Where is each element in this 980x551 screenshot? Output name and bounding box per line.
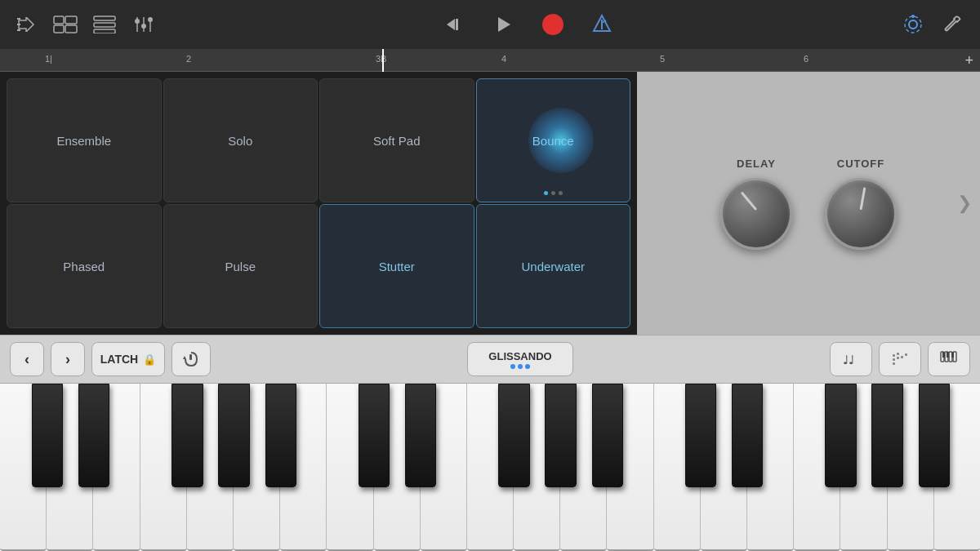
kb-right-controls: ♩♩ — [830, 342, 970, 376]
add-track-button[interactable]: + — [964, 52, 973, 69]
black-key-0-5[interactable] — [265, 384, 296, 487]
delay-indicator — [741, 191, 757, 210]
metronome-button[interactable] — [584, 7, 620, 42]
mixer-icon[interactable] — [127, 8, 160, 41]
ruler-mark-1: 1| — [45, 54, 52, 64]
pad-bounce[interactable]: Bounce — [476, 78, 631, 202]
black-key-0-0[interactable] — [32, 384, 63, 487]
cutoff-knob[interactable] — [825, 178, 897, 250]
lock-icon: 🔒 — [143, 353, 156, 366]
delay-label: DELAY — [737, 158, 776, 170]
ruler-mark-5: 5 — [660, 54, 665, 64]
panel-expand-arrow[interactable]: ❯ — [957, 193, 972, 214]
dropdown-icon[interactable] — [10, 8, 42, 41]
ruler-mark-2: 2 — [186, 54, 191, 64]
svg-rect-5 — [54, 25, 64, 33]
svg-rect-41 — [951, 352, 954, 358]
ruler-mark-6: 6 — [804, 54, 808, 64]
glissando-label: GLISSANDO — [488, 350, 551, 362]
layout2-icon[interactable] — [88, 8, 121, 41]
delay-knob-group: DELAY — [720, 158, 792, 250]
playhead-cursor — [382, 49, 384, 72]
black-key-1-1[interactable] — [405, 384, 436, 487]
record-circle — [542, 14, 564, 35]
svg-point-13 — [135, 19, 140, 24]
latch-button[interactable]: LATCH 🔒 — [91, 342, 165, 376]
black-key-2-0[interactable] — [685, 384, 716, 487]
pad-grid: Ensemble Solo Soft Pad Bounce Phased Pul… — [0, 72, 637, 335]
svg-point-24 — [911, 15, 915, 18]
svg-rect-17 — [456, 19, 458, 30]
svg-marker-18 — [498, 17, 510, 32]
black-key-2-4[interactable] — [871, 384, 902, 487]
glissando-button[interactable]: GLISSANDO — [467, 342, 573, 376]
svg-rect-39 — [942, 352, 945, 358]
pad-solo[interactable]: Solo — [163, 78, 318, 202]
chord-icon: ♩♩ — [842, 351, 860, 367]
svg-rect-29 — [893, 358, 895, 361]
black-key-0-4[interactable] — [218, 384, 249, 487]
black-key-1-0[interactable] — [359, 384, 390, 487]
layout1-icon[interactable] — [49, 8, 82, 41]
latch-label: LATCH — [100, 353, 138, 366]
knobs-container: DELAY CUTOFF — [720, 158, 897, 250]
svg-marker-16 — [447, 19, 455, 30]
cutoff-indicator — [860, 187, 866, 210]
black-key-0-1[interactable] — [78, 384, 109, 487]
svg-rect-4 — [65, 16, 77, 24]
rewind-button[interactable] — [437, 7, 473, 42]
svg-rect-9 — [94, 29, 115, 33]
octave-up-button[interactable]: › — [51, 342, 85, 376]
svg-text:♩♩: ♩♩ — [843, 353, 854, 367]
black-key-2-3[interactable] — [825, 384, 856, 487]
pad-ensemble[interactable]: Ensemble — [7, 78, 162, 202]
black-key-1-5[interactable] — [592, 384, 623, 487]
pad-soft-pad[interactable]: Soft Pad — [319, 78, 474, 202]
pad-phased[interactable]: Phased — [7, 204, 162, 328]
settings-icon[interactable] — [897, 8, 929, 41]
arp-button[interactable] — [172, 342, 211, 376]
record-button[interactable] — [535, 7, 571, 42]
black-key-1-4[interactable] — [545, 384, 576, 487]
svg-rect-3 — [54, 16, 64, 24]
play-button[interactable] — [486, 7, 522, 42]
svg-marker-25 — [183, 356, 186, 359]
black-key-0-3[interactable] — [172, 384, 203, 487]
octave-down-button[interactable]: ‹ — [10, 342, 44, 376]
svg-rect-6 — [65, 25, 77, 33]
glissando-dots — [510, 364, 530, 369]
black-key-1-3[interactable] — [498, 384, 529, 487]
svg-rect-34 — [905, 353, 907, 356]
svg-rect-8 — [94, 23, 115, 27]
cutoff-knob-group: CUTOFF — [825, 158, 897, 250]
pad-underwater[interactable]: Underwater — [476, 204, 631, 328]
svg-point-22 — [909, 20, 917, 29]
black-key-2-1[interactable] — [732, 384, 763, 487]
pad-bounce-dots — [477, 191, 630, 195]
delay-knob[interactable] — [720, 178, 792, 250]
svg-point-23 — [905, 16, 921, 33]
keyboard-toolbar: ‹ › LATCH 🔒 GLISSANDO ♩♩ — [0, 335, 980, 384]
control-panel: DELAY CUTOFF ❯ — [637, 72, 980, 335]
svg-point-15 — [148, 17, 153, 22]
pad-stutter[interactable]: Stutter — [319, 204, 474, 328]
svg-rect-40 — [947, 352, 949, 358]
svg-rect-7 — [94, 16, 115, 20]
ruler-mark-3b: 3B — [376, 54, 386, 64]
svg-rect-26 — [189, 354, 192, 360]
black-key-2-5[interactable] — [919, 384, 950, 487]
piano-view-button[interactable] — [928, 342, 970, 376]
arp2-icon — [891, 351, 909, 367]
svg-rect-33 — [901, 356, 903, 358]
main-toolbar — [0, 0, 980, 49]
svg-rect-28 — [893, 354, 895, 357]
wrench-icon[interactable] — [938, 8, 970, 41]
svg-rect-31 — [897, 353, 899, 355]
cutoff-label: CUTOFF — [837, 158, 884, 170]
svg-point-14 — [141, 24, 146, 29]
svg-rect-32 — [897, 357, 899, 359]
chord-button[interactable]: ♩♩ — [830, 342, 872, 376]
arp2-button[interactable] — [879, 342, 921, 376]
ruler-mark-4: 4 — [501, 54, 506, 64]
pad-pulse[interactable]: Pulse — [163, 204, 318, 328]
